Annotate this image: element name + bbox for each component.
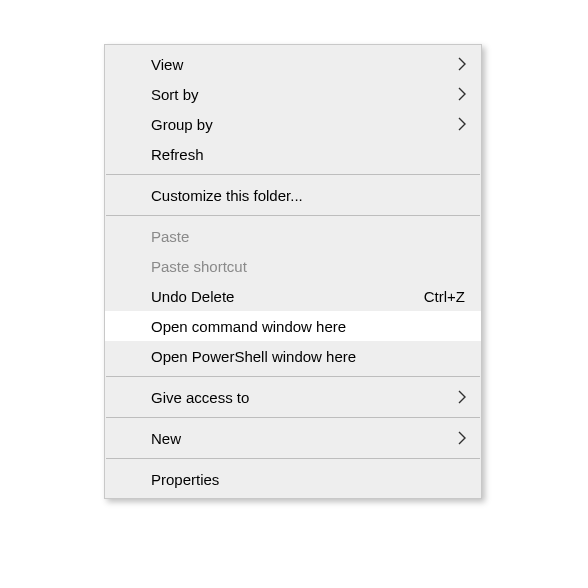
menu-item-paste-shortcut: Paste shortcut (105, 251, 481, 281)
menu-item-customize-folder[interactable]: Customize this folder... (105, 180, 481, 210)
chevron-right-icon (457, 86, 467, 102)
context-menu: View Sort by Group by Refresh Customize … (104, 44, 482, 499)
menu-item-properties[interactable]: Properties (105, 464, 481, 494)
menu-item-sort-by[interactable]: Sort by (105, 79, 481, 109)
menu-item-paste: Paste (105, 221, 481, 251)
menu-item-group-by[interactable]: Group by (105, 109, 481, 139)
menu-item-view[interactable]: View (105, 49, 481, 79)
menu-separator (106, 215, 480, 216)
menu-item-label: Open PowerShell window here (151, 348, 465, 365)
menu-item-label: Refresh (151, 146, 465, 163)
menu-item-new[interactable]: New (105, 423, 481, 453)
menu-item-label: Group by (151, 116, 465, 133)
menu-item-shortcut: Ctrl+Z (424, 288, 465, 305)
menu-separator (106, 458, 480, 459)
menu-item-label: New (151, 430, 465, 447)
menu-item-label: Open command window here (151, 318, 465, 335)
menu-item-give-access-to[interactable]: Give access to (105, 382, 481, 412)
menu-item-label: Give access to (151, 389, 465, 406)
menu-separator (106, 376, 480, 377)
menu-item-label: Paste (151, 228, 465, 245)
menu-separator (106, 417, 480, 418)
menu-separator (106, 174, 480, 175)
menu-item-label: Paste shortcut (151, 258, 465, 275)
menu-item-label: Sort by (151, 86, 465, 103)
menu-item-undo-delete[interactable]: Undo Delete Ctrl+Z (105, 281, 481, 311)
menu-item-open-command-window[interactable]: Open command window here (105, 311, 481, 341)
menu-item-label: Customize this folder... (151, 187, 465, 204)
menu-item-label: Properties (151, 471, 465, 488)
chevron-right-icon (457, 430, 467, 446)
chevron-right-icon (457, 116, 467, 132)
menu-item-open-powershell-window[interactable]: Open PowerShell window here (105, 341, 481, 371)
menu-item-label: Undo Delete (151, 288, 404, 305)
chevron-right-icon (457, 56, 467, 72)
menu-item-refresh[interactable]: Refresh (105, 139, 481, 169)
chevron-right-icon (457, 389, 467, 405)
menu-item-label: View (151, 56, 465, 73)
